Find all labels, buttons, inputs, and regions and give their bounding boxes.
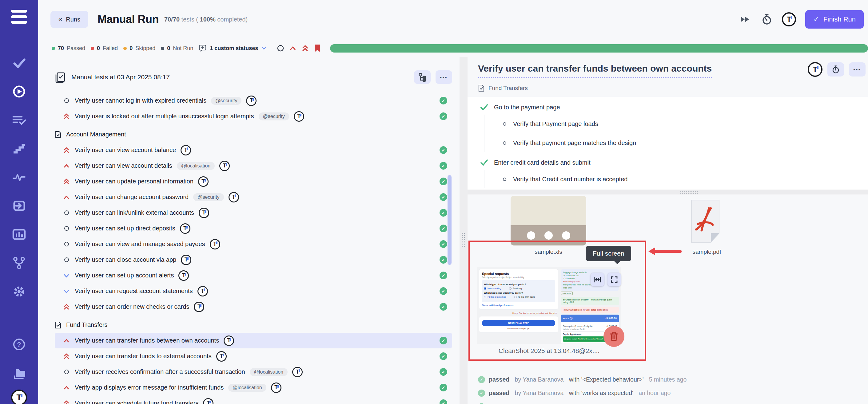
branches-icon[interactable]	[12, 256, 26, 270]
steps-icon[interactable]	[12, 142, 26, 156]
test-tag[interactable]: @localisation	[250, 368, 287, 376]
test-title: Verify user can schedule future fund tra…	[75, 400, 198, 404]
testomat-badge-icon[interactable]: T	[219, 161, 230, 171]
detail-more-button[interactable]: •••	[849, 62, 866, 76]
reports-barchart-icon[interactable]	[12, 227, 26, 241]
run-progress-bar	[330, 44, 868, 53]
testomat-badge-icon[interactable]: T	[180, 223, 190, 234]
group-by-suite-button[interactable]	[414, 70, 431, 84]
testomat-badge-icon[interactable]: T	[178, 270, 189, 281]
priority-normal-icon	[63, 210, 70, 215]
testomat-badge-icon[interactable]: T	[199, 208, 209, 218]
testomat-badge-icon[interactable]: T	[181, 145, 191, 156]
import-signin-icon[interactable]	[12, 199, 26, 213]
test-row[interactable]: Verify user is locked out after multiple…	[55, 108, 452, 124]
testomat-badge-icon[interactable]: T	[246, 96, 256, 106]
priority-high-icon	[63, 384, 70, 391]
test-plans-icon[interactable]	[12, 113, 26, 127]
fast-forward-icon[interactable]	[739, 13, 751, 26]
test-row[interactable]: Verify user can change account password …	[55, 189, 452, 205]
help-icon[interactable]: ?	[12, 337, 26, 351]
testomat-badge-icon[interactable]: T	[198, 176, 209, 187]
stopwatch-button[interactable]	[828, 62, 844, 76]
test-row[interactable]: Verify user receives confirmation after …	[55, 364, 452, 380]
testomat-badge-icon[interactable]: T	[782, 12, 796, 26]
test-tag[interactable]: @localisation	[228, 384, 266, 392]
panel-splitter[interactable]	[460, 57, 467, 404]
custom-statuses-dropdown[interactable]: 1 custom statuses	[199, 44, 267, 52]
testomat-badge-icon[interactable]: T	[292, 367, 303, 377]
testomat-badge-icon[interactable]: T	[203, 398, 214, 404]
splitter-drag-handle-icon[interactable]	[462, 233, 465, 247]
attachments-resize-strip[interactable]	[467, 190, 868, 195]
test-tag[interactable]: @security	[211, 97, 242, 105]
testomat-badge-icon[interactable]: T	[271, 382, 281, 393]
list-scrollbar-thumb[interactable]	[447, 175, 452, 265]
settings-gear-icon[interactable]	[12, 284, 26, 299]
delete-attachment-button[interactable]	[603, 326, 624, 347]
test-row[interactable]: Verify user can transfer funds to extern…	[55, 348, 452, 364]
test-tag[interactable]: @localisation	[177, 162, 215, 170]
suite-breadcrumb[interactable]: Fund Transfers	[478, 85, 868, 92]
testomat-badge-icon[interactable]: T	[194, 302, 204, 312]
hamburger-menu-icon[interactable]	[11, 10, 27, 24]
test-row[interactable]: Verify user can close account via app T …	[55, 252, 452, 268]
screenshot-attachment-name[interactable]: CleanShot 2025 at 13.04.48@2x....	[477, 347, 621, 355]
test-row[interactable]: Verify user can order new checks or card…	[55, 299, 452, 314]
test-row[interactable]: Verify user can set up account alerts T …	[55, 268, 452, 283]
substeps-group: Verify that Payment page loads Verify th…	[484, 114, 868, 152]
substep-ring-icon	[503, 177, 506, 181]
test-title: Verify user can set up account alerts	[75, 272, 174, 279]
testomat-badge-icon[interactable]: T	[181, 255, 191, 265]
substep-label: Verify that Payment page loads	[513, 121, 598, 128]
xls-attachment-thumbnail[interactable]	[510, 196, 586, 245]
expand-width-button[interactable]	[591, 273, 604, 286]
test-row[interactable]: Verify user can request account statemen…	[55, 283, 452, 299]
test-row[interactable]: Verify user can transfer funds between o…	[55, 333, 452, 348]
resize-drag-handle-icon[interactable]	[680, 191, 698, 194]
fullscreen-button[interactable]	[608, 273, 621, 286]
test-row[interactable]: Verify user can view account details @lo…	[55, 158, 452, 174]
tests-check-icon[interactable]	[12, 56, 26, 70]
pulse-analytics-icon[interactable]	[12, 170, 26, 184]
filter-high-priority-icon[interactable]	[288, 44, 298, 53]
test-tag[interactable]: @security	[193, 193, 224, 201]
testomat-badge-icon[interactable]: T	[228, 192, 239, 202]
test-row[interactable]: Verify user can set up direct deposits T…	[55, 221, 452, 236]
test-row[interactable]: Verify user can view account balance T ✓	[55, 142, 452, 158]
detail-title[interactable]: Verify user can transfer funds between o…	[478, 63, 712, 78]
testomat-badge-icon[interactable]: T	[224, 336, 234, 346]
passed-check-icon: ✓	[439, 112, 447, 120]
test-row[interactable]: Verify user can view and manage saved pa…	[55, 236, 452, 252]
finish-run-button[interactable]: ✓ Finish Run	[805, 10, 864, 29]
test-row[interactable]: Account Management T ✓	[55, 127, 452, 142]
test-title: Verify user can view account details	[75, 162, 172, 169]
test-row[interactable]: Verify user can link/unlink external acc…	[55, 205, 452, 221]
preview-special-requests-card: Special requests Select your preference(…	[479, 269, 558, 309]
pdf-attachment-icon[interactable]	[682, 198, 728, 244]
filter-highest-priority-icon[interactable]	[301, 44, 310, 53]
testomat-badge-icon[interactable]: T	[216, 351, 227, 362]
substep-label: Verify that payment page matches the des…	[513, 139, 636, 146]
testomat-badge-icon[interactable]: T	[210, 239, 220, 249]
test-title: Verify user can view account balance	[75, 146, 176, 154]
test-row[interactable]: Verify app displays error message for in…	[55, 380, 452, 395]
testomat-badge-icon[interactable]: T	[197, 286, 208, 297]
test-row[interactable]: Verify user can update personal informat…	[55, 174, 452, 189]
filter-normal-priority-icon[interactable]	[276, 44, 285, 53]
test-row[interactable]: Verify user can schedule future fund tra…	[55, 395, 452, 404]
testomat-badge-icon[interactable]: T	[808, 62, 823, 77]
runs-play-icon[interactable]	[12, 85, 26, 99]
back-to-runs-button[interactable]: « Runs	[51, 11, 88, 28]
timer-icon[interactable]	[761, 13, 773, 26]
testomat-logo-icon[interactable]: T	[11, 390, 27, 404]
failed-stat: 0Failed	[91, 45, 118, 52]
filter-bookmark-icon[interactable]	[313, 44, 322, 53]
test-row[interactable]: Verify user cannot log in with expired c…	[55, 93, 452, 108]
projects-folder-icon[interactable]	[12, 366, 26, 380]
testomat-badge-icon[interactable]: T	[294, 111, 304, 122]
test-title: Verify user can set up direct deposits	[75, 225, 175, 232]
test-row[interactable]: Fund Transfers T ✓	[55, 317, 452, 333]
more-options-button[interactable]: •••	[436, 70, 452, 84]
test-tag[interactable]: @security	[259, 112, 289, 121]
